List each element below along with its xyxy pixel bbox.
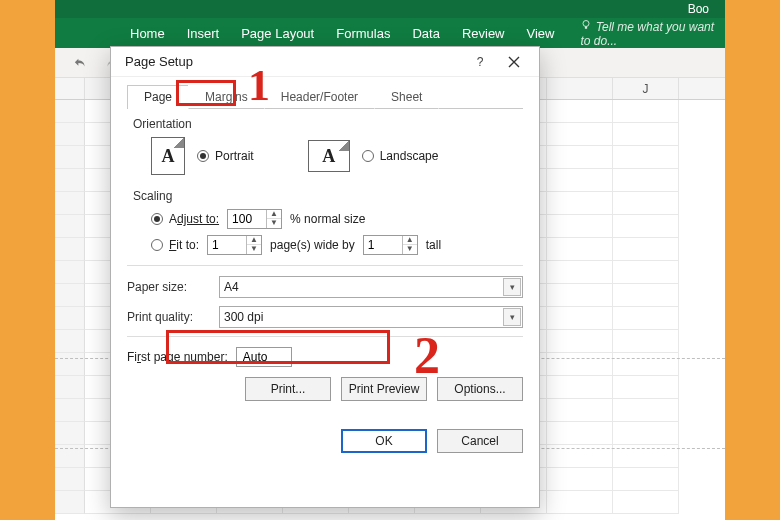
fit-mid-label: page(s) wide by (270, 238, 355, 252)
lightbulb-icon (580, 19, 592, 31)
radio-icon (362, 150, 374, 162)
fit-tall-spinner[interactable]: ▲▼ (363, 235, 418, 255)
scaling-group: Adjust to: ▲▼ % normal size Fit to: ▲▼ p… (127, 209, 523, 255)
ribbon-tab-insert[interactable]: Insert (187, 26, 220, 41)
app-title: Boo (688, 0, 709, 18)
adjust-to-radio[interactable]: Adjust to: (151, 212, 219, 226)
tab-sheet[interactable]: Sheet (374, 85, 439, 109)
paper-size-label: Paper size: (127, 280, 209, 294)
dialog-title: Page Setup (125, 54, 463, 69)
spin-down-icon[interactable]: ▼ (267, 219, 281, 228)
close-button[interactable] (497, 50, 531, 74)
adjust-to-suffix: % normal size (290, 212, 365, 226)
options-button[interactable]: Options... (437, 377, 523, 401)
paper-size-combo[interactable]: A4 ▾ (219, 276, 523, 298)
ok-button[interactable]: OK (341, 429, 427, 453)
undo-icon (74, 56, 88, 70)
fit-tall-input[interactable] (364, 236, 402, 254)
fit-wide-input[interactable] (208, 236, 246, 254)
help-button[interactable]: ? (463, 50, 497, 74)
ribbon-tab-home[interactable]: Home (130, 26, 165, 41)
paper-size-value: A4 (224, 280, 239, 294)
chevron-down-icon: ▾ (503, 278, 521, 296)
landscape-page-icon: A (308, 140, 350, 172)
ribbon-tab-page-layout[interactable]: Page Layout (241, 26, 314, 41)
tab-margins[interactable]: Margins (188, 85, 265, 109)
radio-icon (151, 213, 163, 225)
first-page-number-label: First page number: (127, 350, 228, 364)
portrait-label: Portrait (215, 149, 254, 163)
ribbon: Home Insert Page Layout Formulas Data Re… (55, 18, 725, 48)
radio-icon (197, 150, 209, 162)
fit-to-radio[interactable]: Fit to: (151, 238, 199, 252)
ribbon-tab-data[interactable]: Data (412, 26, 439, 41)
print-quality-label: Print quality: (127, 310, 209, 324)
spin-down-icon[interactable]: ▼ (403, 245, 417, 254)
tell-me-search[interactable]: Tell me what you want to do... (580, 19, 725, 48)
tab-header-footer[interactable]: Header/Footer (264, 85, 375, 109)
adjust-to-label: Adjust to: (169, 212, 219, 226)
dialog-titlebar: Page Setup ? (111, 47, 539, 77)
portrait-page-icon: A (151, 137, 185, 175)
adjust-to-spinner[interactable]: ▲▼ (227, 209, 282, 229)
fit-wide-spinner[interactable]: ▲▼ (207, 235, 262, 255)
dialog-tabs: Page Margins Header/Footer Sheet (127, 85, 523, 109)
svg-rect-1 (585, 26, 587, 28)
close-icon (508, 56, 520, 68)
chevron-down-icon: ▾ (503, 308, 521, 326)
page-setup-dialog: Page Setup ? Page Margins Header/Footer … (110, 46, 540, 508)
col-header[interactable]: J (613, 78, 679, 99)
svg-point-0 (583, 20, 589, 26)
adjust-to-input[interactable] (228, 210, 266, 228)
first-page-number-input[interactable] (236, 347, 292, 367)
print-quality-combo[interactable]: 300 dpi ▾ (219, 306, 523, 328)
print-button[interactable]: Print... (245, 377, 331, 401)
col-header[interactable] (547, 78, 613, 99)
ribbon-tab-formulas[interactable]: Formulas (336, 26, 390, 41)
tab-page[interactable]: Page (127, 85, 189, 109)
spin-down-icon[interactable]: ▼ (247, 245, 261, 254)
undo-button[interactable] (69, 52, 93, 74)
titlebar (55, 0, 725, 18)
cancel-button[interactable]: Cancel (437, 429, 523, 453)
fit-to-label: Fit to: (169, 238, 199, 252)
scaling-label: Scaling (133, 189, 523, 203)
landscape-label: Landscape (380, 149, 439, 163)
landscape-radio[interactable]: Landscape (362, 149, 439, 163)
radio-icon (151, 239, 163, 251)
portrait-radio[interactable]: Portrait (197, 149, 254, 163)
ribbon-tab-review[interactable]: Review (462, 26, 505, 41)
tell-me-label: Tell me what you want to do... (580, 20, 714, 48)
ribbon-tab-view[interactable]: View (527, 26, 555, 41)
print-preview-button[interactable]: Print Preview (341, 377, 427, 401)
fit-tail-label: tall (426, 238, 441, 252)
orientation-group: A Portrait A Landscape (127, 137, 523, 175)
print-quality-value: 300 dpi (224, 310, 263, 324)
orientation-label: Orientation (133, 117, 523, 131)
